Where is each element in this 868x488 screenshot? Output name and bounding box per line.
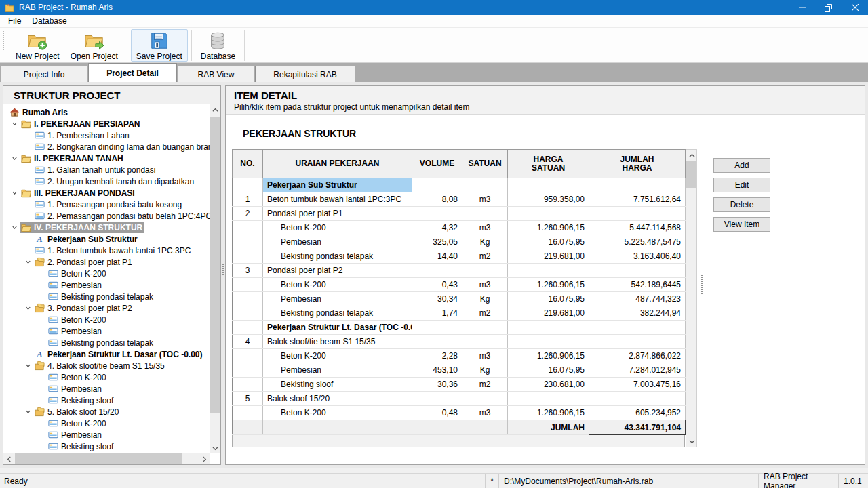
chevron-down-icon[interactable] xyxy=(9,188,20,198)
cell-no[interactable] xyxy=(233,378,263,392)
cell-no[interactable] xyxy=(233,278,263,292)
cell-harga-satuan[interactable]: 219.681,00 xyxy=(508,249,589,264)
cell-uraian[interactable]: Beton K-200 xyxy=(263,349,412,363)
cell-jumlah-harga[interactable] xyxy=(589,178,686,192)
tree-item[interactable]: APekerjaan Struktur Lt. Dasar (TOC -0.00… xyxy=(3,348,210,360)
chevron-down-icon[interactable] xyxy=(9,223,20,232)
cell-satuan[interactable] xyxy=(462,392,508,406)
toolbar-grip[interactable] xyxy=(3,31,6,60)
cell-uraian[interactable]: Pondasi poer plat P2 xyxy=(263,264,412,278)
cell-uraian[interactable]: Bekisting pondasi telapak xyxy=(263,249,412,264)
cell-jumlah-harga[interactable]: 5.447.114,568 xyxy=(589,221,686,235)
cell-harga-satuan[interactable] xyxy=(508,335,589,349)
cell-uraian[interactable]: Pekerjaan Struktur Lt. Dasar (TOC -0.00) xyxy=(263,321,412,335)
cell-satuan[interactable]: m2 xyxy=(462,306,508,321)
cell-uraian[interactable]: Pekerjaan Sub Struktur xyxy=(263,178,412,192)
cell-harga-satuan[interactable] xyxy=(508,264,589,278)
tab-project-detail[interactable]: Project Detail xyxy=(88,63,177,82)
tree-item[interactable]: Beton K-200 xyxy=(3,418,210,429)
tree-item[interactable]: 1. Beton tumbuk bawah lantai 1PC:3PC xyxy=(3,245,210,256)
cell-harga-satuan[interactable] xyxy=(508,321,589,335)
restore-button[interactable] xyxy=(815,0,842,15)
tree-item[interactable]: Beton K-200 xyxy=(3,371,210,383)
cell-uraian[interactable]: Balok sloof/tie beam S1 15/35 xyxy=(263,335,412,349)
cell-jumlah-harga[interactable]: 2.874.866,022 xyxy=(589,349,686,363)
cell-jumlah-harga[interactable]: 7.003.475,16 xyxy=(589,378,686,392)
tree-item[interactable]: Bekisting sloof xyxy=(3,441,210,452)
minimize-button[interactable] xyxy=(789,0,815,15)
scroll-down-icon[interactable] xyxy=(210,443,220,453)
cell-no[interactable] xyxy=(233,349,263,363)
cell-jumlah-harga[interactable] xyxy=(589,392,686,406)
cell-harga-satuan[interactable] xyxy=(508,207,589,221)
cell-no[interactable]: 3 xyxy=(233,264,263,278)
chevron-down-icon[interactable] xyxy=(22,304,34,313)
cell-satuan[interactable]: m3 xyxy=(462,278,508,292)
tree-item[interactable]: IV. PEKERJAAN STRUKTUR xyxy=(3,222,210,233)
chevron-down-icon[interactable] xyxy=(22,407,34,417)
cell-uraian[interactable]: Beton K-200 xyxy=(263,221,412,235)
cell-satuan[interactable]: Kg xyxy=(462,292,508,306)
tree-item[interactable]: Bekisting pondasi telapak xyxy=(3,337,210,348)
cell-jumlah-harga[interactable]: 7.284.012,945 xyxy=(589,363,686,378)
cell-harga-satuan[interactable]: 16.075,95 xyxy=(508,363,589,378)
cell-no[interactable] xyxy=(233,235,263,249)
col-header-no[interactable]: NO. xyxy=(233,150,263,178)
grid-horizontal-scrollbar[interactable] xyxy=(232,435,685,447)
status-splitter-grip[interactable] xyxy=(429,470,439,472)
tree-item[interactable]: 2. Bongkaran dinding lama dan buangan br… xyxy=(3,141,210,152)
open-project-button[interactable]: Open Project xyxy=(65,29,123,62)
cell-volume[interactable]: 2,28 xyxy=(412,349,462,363)
cell-uraian[interactable]: Bekisting pondasi telapak xyxy=(263,306,412,321)
cell-satuan[interactable]: m2 xyxy=(462,378,508,392)
cell-jumlah-harga[interactable]: 5.225.487,5475 xyxy=(589,235,686,249)
tree-item[interactable]: Bekisting sloof xyxy=(3,394,210,406)
cell-satuan[interactable] xyxy=(462,321,508,335)
scroll-right-icon[interactable] xyxy=(199,453,210,464)
cell-volume[interactable]: 1,74 xyxy=(412,306,462,321)
col-header-volume[interactable]: VOLUME xyxy=(412,150,462,178)
cell-no[interactable] xyxy=(233,363,263,378)
tree-item[interactable]: 1. Galian tanah untuk pondasi xyxy=(3,164,210,176)
cell-satuan[interactable]: m3 xyxy=(462,221,508,235)
tree-item[interactable]: APekerjaan Sub Struktur xyxy=(3,233,210,245)
cell-uraian[interactable]: Beton tumbuk bawah lantai 1PC:3PC xyxy=(263,192,412,207)
cell-harga-satuan[interactable]: 959.358,00 xyxy=(508,192,589,207)
cell-jumlah-harga[interactable] xyxy=(589,321,686,335)
cell-uraian[interactable]: Bekisting sloof xyxy=(263,378,412,392)
cell-harga-satuan[interactable]: 16.075,95 xyxy=(508,292,589,306)
add-button[interactable]: Add xyxy=(713,158,770,173)
tree-item[interactable]: III. PEKERJAAN PONDASI xyxy=(3,187,210,199)
scrollbar-thumb[interactable] xyxy=(210,117,220,413)
tree-item[interactable]: Bekisting pondasi telapak xyxy=(3,291,210,302)
cell-harga-satuan[interactable]: 16.075,95 xyxy=(508,235,589,249)
scroll-up-icon[interactable] xyxy=(686,150,697,161)
tree-horizontal-scrollbar[interactable] xyxy=(3,453,210,464)
cell-uraian[interactable]: Pembesian xyxy=(263,292,412,306)
scrollbar-thumb[interactable] xyxy=(686,161,696,188)
cell-no[interactable] xyxy=(233,306,263,321)
tree-item[interactable]: 2. Urugan kembali tanah dan dipadatkan xyxy=(3,176,210,187)
tree-item[interactable]: Beton K-200 xyxy=(3,314,210,325)
cell-no[interactable] xyxy=(233,292,263,306)
cell-uraian[interactable]: Pondasi poer plat P1 xyxy=(263,207,412,221)
cell-jumlah-harga[interactable] xyxy=(589,335,686,349)
delete-button[interactable]: Delete xyxy=(713,197,770,212)
tree-item[interactable]: 2. Pondasi poer plat P1 xyxy=(3,256,210,268)
tree-item[interactable]: 5. Balok sloof 15/20 xyxy=(3,406,210,418)
scroll-down-icon[interactable] xyxy=(686,436,697,447)
tab-rab-view[interactable]: RAB View xyxy=(178,66,254,82)
grid-vertical-scrollbar[interactable] xyxy=(686,149,697,447)
cell-harga-satuan[interactable]: 230.681,00 xyxy=(508,378,589,392)
cell-volume[interactable]: 0,43 xyxy=(412,278,462,292)
cell-jumlah-harga[interactable] xyxy=(589,264,686,278)
cell-volume[interactable] xyxy=(412,264,462,278)
cell-uraian[interactable]: Balok sloof 15/20 xyxy=(263,392,412,406)
database-button[interactable]: Database xyxy=(195,29,241,62)
cell-no[interactable]: 2 xyxy=(233,207,263,221)
cell-satuan[interactable]: m2 xyxy=(462,249,508,264)
cell-satuan[interactable] xyxy=(462,178,508,192)
detail-splitter-grip[interactable] xyxy=(701,275,703,297)
tree-vertical-scrollbar[interactable] xyxy=(210,104,220,453)
cell-no[interactable] xyxy=(233,178,263,192)
